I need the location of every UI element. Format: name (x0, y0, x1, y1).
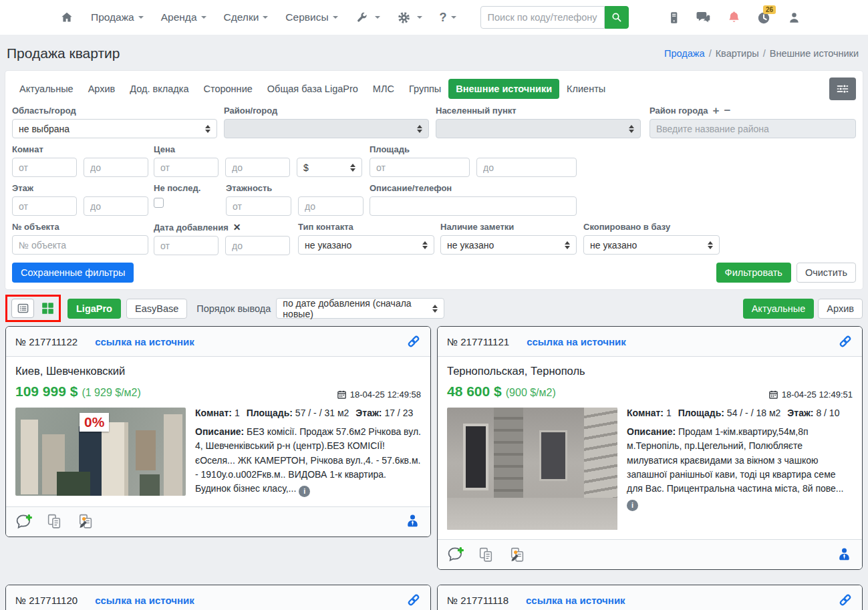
grid-view-button[interactable] (41, 301, 55, 315)
floor-from-input[interactable] (12, 196, 77, 216)
object-id-input[interactable] (12, 235, 148, 255)
date-added-to-input[interactable] (225, 236, 290, 255)
rooms-from-input[interactable] (12, 158, 77, 177)
ligapro-button[interactable]: LigaPro (67, 299, 121, 319)
breadcrumb-sale[interactable]: Продажа (664, 48, 705, 59)
history-clock-icon[interactable]: 26 (756, 9, 772, 25)
rooms-to-input[interactable] (84, 158, 148, 177)
filter-button[interactable]: Фильтровать (716, 263, 791, 283)
menu-services[interactable]: Сервисы (285, 11, 337, 23)
copy-icon[interactable] (478, 547, 494, 563)
has-note-select[interactable]: не указано (440, 235, 577, 255)
add-note-chat-icon[interactable] (15, 513, 33, 530)
add-note-chat-icon[interactable] (447, 546, 464, 563)
copy-icon[interactable] (46, 513, 63, 530)
agent-person-icon[interactable] (404, 513, 421, 530)
tab-third-party[interactable]: Сторонние (196, 79, 259, 99)
tab-mls[interactable]: МЛС (366, 79, 402, 99)
source-link[interactable]: ссылка на источник (95, 595, 194, 606)
date-added-clear-icon[interactable]: ✕ (233, 222, 241, 233)
messages-icon[interactable] (696, 9, 712, 25)
tab-additional[interactable]: Дод. вкладка (122, 79, 196, 99)
listing-price: 48 600 $(900 $/м2) (447, 384, 556, 400)
copy-edit-icon[interactable] (508, 547, 525, 563)
source-link[interactable]: ссылка на источник (527, 336, 626, 347)
profile-icon[interactable] (787, 11, 801, 25)
floor-label: Этаж (12, 183, 148, 193)
home-icon[interactable] (60, 11, 74, 24)
settings-menu[interactable] (398, 11, 422, 24)
notifications-bell-icon[interactable] (726, 10, 742, 25)
clear-button[interactable]: Очистить (797, 263, 856, 283)
tab-actual[interactable]: Актуальные (12, 79, 81, 99)
add-district-icon[interactable]: + (713, 107, 720, 115)
select-caret-icon (629, 125, 634, 133)
card-header: № 217711118 ссылка на источник (438, 585, 862, 610)
actual-filter-button[interactable]: Актуальные (743, 299, 815, 319)
tab-clients[interactable]: Клиенты (559, 79, 613, 99)
contact-type-select[interactable]: не указано (298, 235, 434, 255)
sliders-icon (836, 82, 849, 96)
city-district-input[interactable] (649, 119, 856, 138)
copied-to-base-select[interactable]: не указано (583, 235, 720, 255)
sort-order-select[interactable]: по дате добавления (сначала новые) (276, 298, 444, 319)
zero-percent-badge: 0% (80, 413, 109, 432)
listing-description: Описание: Продам 1-кім.квартиру,54м,8п м… (627, 425, 853, 511)
chevron-down-icon (333, 16, 338, 19)
chevron-down-icon (263, 16, 268, 19)
copy-edit-icon[interactable] (76, 513, 93, 530)
tab-ligapro-base[interactable]: Общая база LigaPro (260, 79, 366, 99)
easybase-button[interactable]: EasyBase (126, 299, 187, 319)
district-label: Район/город (224, 106, 429, 116)
help-menu[interactable]: ? (440, 11, 456, 25)
source-link[interactable]: ссылка на источник (95, 336, 194, 347)
area-to-input[interactable] (476, 158, 577, 177)
price-to-input[interactable] (225, 158, 290, 177)
listing-photo[interactable]: 0% (15, 408, 186, 496)
info-icon[interactable]: i (627, 500, 638, 511)
chain-link-icon[interactable] (406, 334, 421, 349)
menu-sale[interactable]: Продажа (91, 11, 144, 23)
settlement-select[interactable] (436, 119, 641, 138)
chain-link-icon[interactable] (406, 593, 421, 607)
area-from-input[interactable] (370, 158, 470, 177)
listing-id: № 217711121 (447, 336, 509, 347)
select-caret-icon (422, 241, 428, 249)
tab-groups[interactable]: Группы (402, 79, 448, 99)
chain-link-icon[interactable] (838, 593, 853, 607)
list-view-button[interactable] (11, 299, 34, 318)
district-select[interactable] (224, 119, 429, 138)
floors-total-to-input[interactable] (298, 196, 364, 216)
info-icon[interactable]: i (299, 486, 310, 497)
not-last-checkbox[interactable] (154, 198, 164, 208)
archive-filter-button[interactable]: Архив (818, 299, 863, 319)
floor-to-input[interactable] (84, 196, 148, 216)
remove-district-icon[interactable]: − (724, 107, 730, 115)
description-phone-input[interactable] (370, 196, 577, 216)
agent-person-icon[interactable] (836, 547, 853, 563)
currency-select[interactable]: $ (297, 158, 362, 177)
listing-price: 109 999 $(1 929 $/м2) (15, 384, 141, 400)
chain-link-icon[interactable] (838, 334, 853, 349)
listing-id: № 217711120 (15, 595, 78, 606)
saved-filters-button[interactable]: Сохраненные фильтры (12, 263, 134, 283)
menu-rent[interactable]: Аренда (161, 11, 206, 23)
date-added-from-input[interactable] (154, 236, 219, 255)
sort-order-label: Порядок вывода (196, 303, 271, 314)
search-button[interactable] (605, 6, 629, 29)
price-from-input[interactable] (154, 158, 219, 177)
breadcrumb-apartments: Квартиры (716, 48, 759, 59)
filter-toggle-button[interactable] (829, 78, 856, 100)
settlement-label: Населенный пункт (436, 106, 641, 116)
menu-deals[interactable]: Сделки (224, 11, 269, 23)
date-added-label: Дата добавления (154, 222, 229, 233)
tab-external-sources[interactable]: Внешние источники (448, 79, 559, 99)
floors-total-from-input[interactable] (226, 196, 291, 216)
tools-menu[interactable] (355, 11, 380, 24)
source-link[interactable]: ссылка на источник (526, 595, 625, 606)
search-input[interactable] (480, 6, 605, 29)
catalog-icon[interactable] (667, 11, 681, 25)
listing-photo[interactable] (447, 408, 617, 530)
region-select[interactable]: не выбрана (12, 119, 217, 138)
tab-archive[interactable]: Архив (81, 79, 123, 99)
